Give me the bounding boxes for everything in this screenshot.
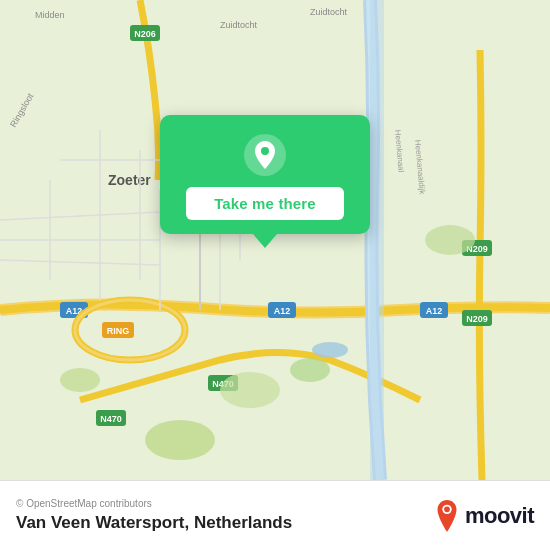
svg-text:Zuidtocht: Zuidtocht xyxy=(220,20,258,30)
svg-text:N470: N470 xyxy=(100,414,122,424)
svg-text:N209: N209 xyxy=(466,314,488,324)
svg-text:Zoeter: Zoeter xyxy=(108,172,151,188)
place-name: Van Veen Watersport, Netherlands xyxy=(16,513,292,533)
svg-text:Midden: Midden xyxy=(35,10,65,20)
svg-text:A12: A12 xyxy=(426,306,443,316)
svg-point-30 xyxy=(425,225,475,255)
svg-point-29 xyxy=(145,420,215,460)
svg-rect-33 xyxy=(370,0,384,480)
bottom-bar: © OpenStreetMap contributors Van Veen Wa… xyxy=(0,480,550,550)
popup-card: Take me there xyxy=(160,115,370,234)
svg-point-28 xyxy=(290,358,330,382)
location-pin-icon xyxy=(243,133,287,177)
map-attribution: © OpenStreetMap contributors xyxy=(16,498,292,509)
bottom-left: © OpenStreetMap contributors Van Veen Wa… xyxy=(16,498,292,533)
moovit-pin-icon xyxy=(433,498,461,534)
svg-point-31 xyxy=(60,368,100,392)
map-container: A12 A12 A12 RING N470 N470 N206 N209 N20… xyxy=(0,0,550,480)
svg-point-32 xyxy=(312,342,348,358)
moovit-logo: moovit xyxy=(433,498,534,534)
svg-text:RING: RING xyxy=(107,326,130,336)
moovit-label: moovit xyxy=(465,503,534,529)
svg-text:Zuidtocht: Zuidtocht xyxy=(310,7,348,17)
svg-text:A12: A12 xyxy=(274,306,291,316)
svg-text:N206: N206 xyxy=(134,29,156,39)
take-me-there-button[interactable]: Take me there xyxy=(186,187,344,220)
svg-point-48 xyxy=(261,147,269,155)
svg-point-50 xyxy=(444,506,450,512)
svg-point-27 xyxy=(220,372,280,408)
